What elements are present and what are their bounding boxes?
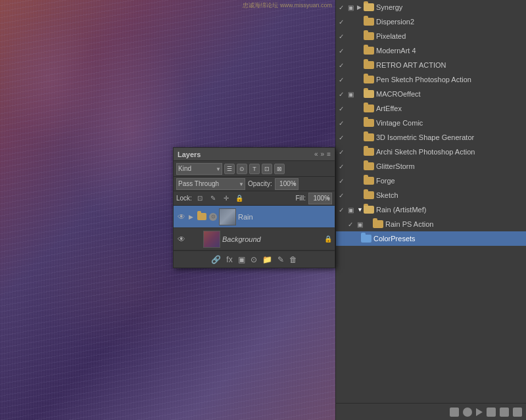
list-item[interactable]: ✓ ▣ ▶ MACROeffect — [336, 87, 526, 101]
folder-icon — [364, 177, 374, 185]
list-item[interactable]: ✓ ▣ ▶ ArtEffex — [336, 101, 526, 116]
layer-group-folder-icon — [197, 213, 206, 220]
filter-all-icon[interactable]: ☰ — [224, 164, 235, 174]
folder-icon — [364, 206, 374, 214]
list-item[interactable]: ✓ ▣ ▶ Pixelated — [336, 29, 526, 43]
menu-icon[interactable]: ≡ — [327, 151, 331, 158]
check-icon: ✓ — [339, 177, 348, 185]
fill-wrapper[interactable]: ▼ — [308, 193, 332, 204]
layer-expand-icon[interactable]: ▶ — [189, 214, 195, 220]
right-panel-bottom-bar — [336, 403, 526, 420]
bottom-trash-icon[interactable] — [513, 408, 522, 417]
fill-label: Fill: — [295, 195, 306, 202]
layers-header-controls: « » ≡ — [314, 151, 331, 158]
layer-thumbnail-rain — [219, 208, 236, 225]
new-group-icon[interactable]: 📁 — [262, 255, 272, 264]
check-icon: ✓ — [339, 91, 348, 98]
eye-icon: ▣ — [357, 221, 366, 228]
blend-mode-select[interactable]: Pass Through Normal Multiply — [176, 178, 245, 190]
fx-icon[interactable]: fx — [226, 255, 232, 264]
lock-paint-icon[interactable]: ✎ — [208, 193, 218, 204]
bottom-rect-icon[interactable] — [450, 408, 459, 417]
item-label: Pixelated — [376, 32, 523, 40]
list-item[interactable]: ✓ ▣ ▶ Forge — [336, 174, 526, 188]
folder-icon — [361, 235, 371, 243]
list-item[interactable]: ✓ ▣ ▶ Vintage Comic — [336, 116, 526, 130]
lock-move-icon[interactable]: ✛ — [221, 193, 231, 204]
layer-rows-container: 👁 ▶ ⊙ Rain 👁 Background 🔒 — [174, 206, 335, 250]
folder-icon — [364, 162, 374, 170]
bottom-folder-icon[interactable] — [487, 408, 496, 417]
new-layer-icon[interactable]: ✎ — [277, 255, 284, 264]
folder-icon — [364, 32, 374, 40]
list-item[interactable]: ✓ ▣ ▶ GlitterStorm — [336, 159, 526, 174]
list-item[interactable]: ✓ ▣ ▶ ModernArt 4 — [336, 43, 526, 58]
new-fill-icon[interactable]: ▣ — [238, 255, 245, 264]
check-icon: ✓ — [339, 62, 348, 69]
adjustment-icon[interactable]: ⊙ — [251, 255, 257, 264]
layer-row-rain[interactable]: 👁 ▶ ⊙ Rain — [174, 206, 335, 228]
item-label: 3D Isometric Shape Generator — [376, 133, 523, 141]
list-item[interactable]: ✓ ▣ ▶ Sketch — [336, 188, 526, 202]
filter-type-select[interactable]: Kind — [176, 163, 222, 175]
filter-text-icon[interactable]: T — [249, 164, 260, 174]
item-label: Sketch — [376, 191, 523, 199]
expand-icon: ▶ — [357, 4, 364, 11]
blend-select-wrapper[interactable]: Pass Through Normal Multiply ▼ — [176, 178, 245, 190]
check-icon: ✓ — [339, 47, 348, 55]
folder-icon — [364, 61, 374, 69]
layer-visibility-icon[interactable]: 👁 — [176, 235, 187, 244]
list-item[interactable]: ✓ ▣ ▼ Rain (ArtistMef) — [336, 202, 526, 217]
item-label: MACROeffect — [376, 90, 523, 98]
layer-row-background[interactable]: 👁 Background 🔒 — [174, 228, 335, 250]
eye-icon: ▣ — [348, 4, 357, 11]
check-icon: ✓ — [339, 149, 348, 156]
check-icon: ✓ — [339, 206, 348, 214]
list-item[interactable]: ✓ ▣ ▶ 3D Isometric Shape Generator — [336, 130, 526, 145]
layers-panel: Layers « » ≡ Kind ▼ ☰ ⊙ T ⊡ ⊠ Pass Throu… — [173, 147, 335, 268]
opacity-wrapper[interactable]: ▼ — [275, 178, 299, 190]
bottom-play-icon[interactable] — [476, 408, 483, 416]
filter-smart-icon[interactable]: ⊠ — [274, 164, 285, 174]
filter-select-wrapper[interactable]: Kind ▼ — [176, 163, 222, 175]
lock-transparent-icon[interactable]: ⊡ — [195, 193, 205, 204]
layer-thumbnail-bg — [203, 231, 220, 248]
list-item[interactable]: ✓ ▣ ▶ Dispersion2 — [336, 14, 526, 29]
list-item[interactable]: ✓ ▣ ▶ Synergy — [336, 0, 526, 14]
check-icon: ✓ — [339, 192, 348, 199]
collapse-icon[interactable]: « — [314, 151, 318, 158]
item-label: Synergy — [376, 3, 523, 11]
link-icon[interactable]: 🔗 — [211, 255, 221, 264]
opacity-input[interactable] — [275, 178, 299, 190]
check-icon: ✓ — [339, 4, 348, 11]
bottom-arrow-icon[interactable] — [500, 408, 509, 417]
expand-icon[interactable]: » — [321, 151, 325, 158]
layer-chain-icon[interactable]: ⊙ — [209, 213, 217, 221]
list-item[interactable]: ✓ ▣ ▶ RETRO ART ACTION — [336, 58, 526, 72]
folder-icon — [364, 105, 374, 112]
eye-icon: ▣ — [348, 206, 357, 214]
eye-icon: ▣ — [348, 91, 357, 98]
lock-all-icon[interactable]: 🔒 — [234, 193, 245, 204]
layer-visibility-icon[interactable]: 👁 — [176, 212, 187, 222]
list-item[interactable]: ✓ ▣ ▶ Rain PS Action — [336, 217, 526, 231]
opacity-label: Opacity: — [248, 180, 272, 187]
folder-icon — [364, 18, 374, 26]
filter-shape-icon[interactable]: ⊡ — [262, 164, 272, 174]
item-label: Dispersion2 — [376, 18, 523, 26]
delete-layer-icon[interactable]: 🗑 — [289, 255, 297, 264]
check-icon: ✓ — [339, 76, 348, 83]
list-item[interactable]: ✓ ▣ ▶ Pen Sketch Photoshop Action — [336, 72, 526, 87]
layer-list-right: ✓ ▣ ▶ Synergy ✓ ▣ ▶ Dispersion2 ✓ ▣ ▶ Pi… — [336, 0, 526, 246]
list-item[interactable]: ✓ ▣ ▶ Archi Sketch Photoshop Action — [336, 145, 526, 159]
filter-adjust-icon[interactable]: ⊙ — [237, 164, 247, 174]
list-item[interactable]: ▶ ColorPresets — [336, 231, 526, 246]
item-label: Forge — [376, 177, 523, 185]
folder-icon — [364, 148, 374, 156]
fill-input[interactable] — [308, 193, 332, 204]
check-icon: ✓ — [339, 163, 348, 170]
blend-mode-row: Pass Through Normal Multiply ▼ Opacity: … — [174, 177, 335, 191]
bottom-circle-icon[interactable] — [463, 408, 472, 417]
item-label: Vintage Comic — [376, 119, 523, 127]
check-icon: ✓ — [339, 105, 348, 112]
